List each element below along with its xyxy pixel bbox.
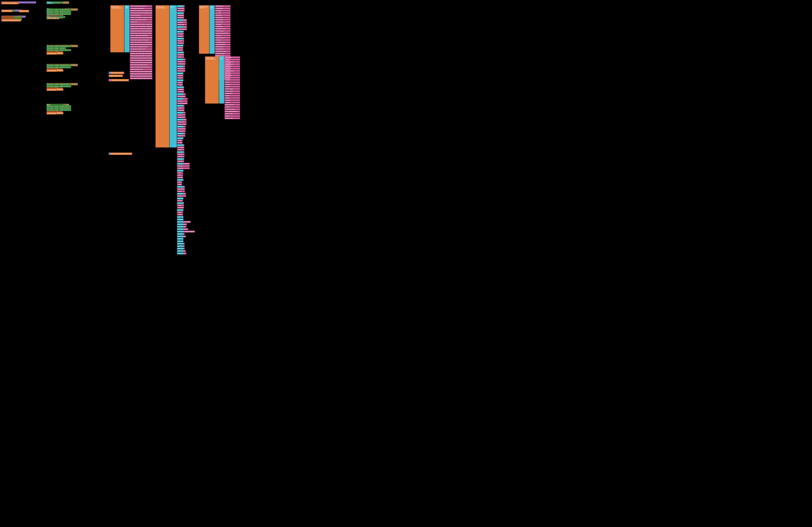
list-item[interactable]: "Which is one of the brands of this Comp…	[130, 26, 153, 27]
list-item[interactable]: "When did the boys know the motion dange…	[130, 37, 153, 39]
make-a-list[interactable]: make a list	[177, 179, 184, 181]
list-item[interactable]: "Who was the first programmer in the wor…	[130, 44, 153, 45]
make-a-list[interactable]: make a list	[177, 26, 184, 28]
list-item[interactable]: "AUGoJpg"	[215, 14, 231, 16]
list-item[interactable]: "BurgeindoSocial.JPG"	[215, 32, 231, 34]
list-item[interactable]: "GitHub was"	[130, 21, 153, 23]
block-segment[interactable]: get global Index	[46, 89, 57, 91]
list-item[interactable]: "James"	[177, 156, 185, 157]
list-item[interactable]: "FightsheatLamp"	[215, 37, 231, 39]
list-item[interactable]: "How is this car's brand name?"	[130, 64, 153, 66]
list-item[interactable]: "Microsoft"	[224, 72, 240, 74]
block-segment[interactable]	[46, 13, 48, 14]
block-segment[interactable]	[46, 49, 48, 50]
make-a-list[interactable]: make a list	[177, 193, 184, 195]
list-item[interactable]: "Which is the highest mountain in the So…	[130, 16, 153, 18]
block-segment[interactable]	[46, 66, 48, 67]
make-a-list[interactable]: make a list	[177, 170, 184, 171]
make-a-list[interactable]: make a list	[177, 112, 184, 114]
list-item[interactable]: "Newell"	[177, 35, 184, 37]
list-item[interactable]: "LuLu.jpg"	[215, 12, 231, 14]
make-a-list[interactable]: make a list	[177, 223, 184, 225]
make-a-list[interactable]: make a list	[177, 163, 184, 165]
list-item[interactable]: "Independence"	[224, 104, 240, 106]
make-a-list[interactable]: make a list	[177, 72, 184, 74]
list-item[interactable]: "FR-PL"	[177, 200, 183, 202]
make-a-list[interactable]: make a list	[177, 202, 184, 204]
list-item[interactable]: "NEWOLD"	[224, 65, 240, 67]
list-item[interactable]: "Barcelona"	[177, 188, 185, 190]
init-global-englishquestions[interactable]: initialize global EnglishQuestions to ma…	[110, 5, 153, 79]
list-item[interactable]: "6.032"	[177, 205, 184, 206]
list-item[interactable]: "Italy"	[177, 211, 183, 213]
list-item[interactable]: "Apple"	[177, 56, 184, 58]
make-a-list[interactable]: make a list	[177, 236, 184, 237]
make-a-list[interactable]: make a list	[177, 219, 184, 220]
list-item[interactable]: "Shinkansen"	[177, 128, 186, 130]
list-item[interactable]: "SixDegrees"	[177, 63, 186, 65]
list-item[interactable]: "James"	[177, 75, 184, 76]
list-item[interactable]: "Forever Wuoka"	[177, 102, 188, 104]
make-a-list[interactable]: make a list	[177, 45, 184, 46]
list-item[interactable]: "1000"	[177, 183, 182, 185]
list-item[interactable]: "Napoli"	[224, 115, 240, 117]
make-a-list[interactable]: make a list	[177, 245, 184, 247]
make-a-list[interactable]: make a list	[177, 226, 184, 228]
list-item[interactable]: "700"	[177, 181, 182, 183]
list-item[interactable]: "Dublin"	[224, 97, 240, 99]
list-item[interactable]: "Quepeo"	[177, 61, 186, 63]
list-item[interactable]: "UpsideK.jpg"	[215, 19, 231, 21]
list-item[interactable]: "JetsOrle"	[177, 167, 190, 169]
list-item[interactable]: "Ada Lovelace"	[224, 90, 240, 92]
list-item[interactable]: "TheMind.jpg"	[215, 7, 231, 9]
list-item[interactable]: "Konrad Zuse"	[177, 123, 187, 125]
block-segment[interactable]: get global PossibleAnswersIndex	[1, 19, 21, 21]
list-item[interactable]: "WANA"	[224, 86, 240, 88]
list-item[interactable]: "Chicago"	[177, 165, 190, 167]
list-item[interactable]: "Ferrari"	[177, 195, 186, 197]
list-item[interactable]: "Germany"	[177, 147, 184, 148]
list-item[interactable]: "Victoria"	[224, 77, 240, 79]
block-segment[interactable]: get global Index	[46, 52, 57, 55]
list-item[interactable]: "String.jpg"	[215, 10, 231, 12]
list-item[interactable]: "China"	[177, 214, 183, 215]
list-item[interactable]: "Himmler"	[177, 21, 187, 23]
list-item[interactable]: "Sarajevo"	[177, 17, 184, 18]
list-item[interactable]: "Microphone"	[177, 95, 186, 97]
block-segment[interactable]	[46, 84, 48, 84]
when-button1-click[interactable]: when Button1 .Click do set CubeSprite . …	[46, 1, 90, 2]
list-item[interactable]: "FileWhois.jpg"	[215, 30, 231, 32]
list-item[interactable]: "United States"	[224, 88, 240, 90]
block-segment[interactable]: get global Index	[46, 112, 57, 115]
make-a-list[interactable]: make a list	[177, 12, 184, 14]
list-item[interactable]: "Tirana"	[224, 59, 240, 61]
list-item[interactable]: "Paraguay"	[177, 109, 185, 111]
list-item[interactable]: "When is called this basketball?"	[130, 34, 153, 36]
make-a-list[interactable]: make a list	[177, 126, 184, 127]
list-item[interactable]: "SixDegrees"	[224, 74, 240, 76]
list-item[interactable]: "Heating"	[177, 89, 184, 90]
list-item[interactable]: "Mt.Fuji"	[177, 40, 184, 42]
list-item[interactable]: "Which is the name of Sharuta first albu…	[130, 75, 153, 77]
list-item[interactable]: "What's the name of this smartphone in t…	[130, 41, 153, 43]
list-item[interactable]: "Finland"	[177, 107, 185, 109]
list-item[interactable]: "Enzo Ferrari"	[224, 113, 240, 115]
make-a-list[interactable]: make a list	[177, 5, 184, 7]
init-global-correctanswers[interactable]: initialize global CorrectAnswers to make…	[205, 56, 240, 119]
make-a-list[interactable]: make a list	[177, 65, 184, 67]
list-item[interactable]: "Marie Curie"	[177, 121, 187, 123]
when-answer3-touchdown[interactable]: when Answer_3_Button .TouchDown doifAnsw…	[46, 83, 92, 89]
block-segment[interactable]	[46, 9, 48, 10]
list-item[interactable]: "206"	[177, 174, 183, 176]
list-item[interactable]: "King Kong"	[177, 24, 187, 26]
list-item[interactable]: "To which brand belongs this logotype?"	[130, 28, 153, 30]
list-item[interactable]: "1.51.552"	[177, 207, 184, 209]
list-item[interactable]: "Buddha"	[224, 79, 240, 81]
list-item[interactable]: "China"	[177, 139, 183, 141]
when-edgereached[interactable]: when CubeSprite .EdgeReached edge do set…	[46, 8, 92, 17]
block-segment[interactable]	[46, 64, 48, 65]
block-segment[interactable]: get global Index	[46, 70, 57, 72]
make-a-list[interactable]: make a list	[177, 240, 184, 242]
list-item[interactable]: "Coasting"	[224, 84, 240, 85]
make-a-list[interactable]: make a list	[177, 86, 184, 88]
